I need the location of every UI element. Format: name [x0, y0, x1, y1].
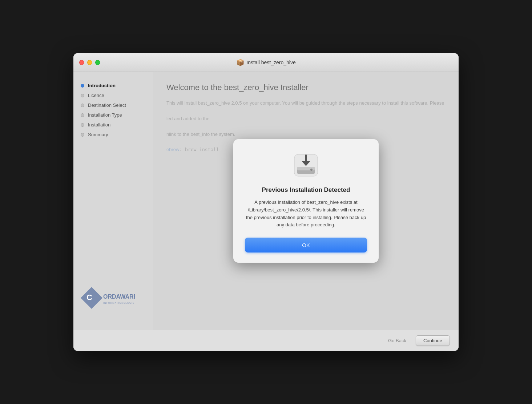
title-bar: 📦 Install best_zero_hive: [73, 53, 459, 72]
sidebar: Introduction Licence Destination Select …: [73, 72, 153, 330]
main-content: Introduction Licence Destination Select …: [73, 72, 459, 330]
sidebar-item-summary[interactable]: Summary: [73, 130, 153, 140]
sidebar-label-licence: Licence: [88, 93, 104, 98]
right-panel: Welcome to the best_zero_hive Installer …: [153, 72, 459, 330]
sidebar-bullet-destination: [81, 104, 84, 107]
modal-dialog: Previous Installation Detected A previou…: [233, 139, 379, 263]
cordaware-logo-svg: C ORDAWARE INFORMATIONSLOGISTIK: [81, 283, 135, 312]
title-bar-center: 📦 Install best_zero_hive: [236, 58, 295, 66]
modal-title: Previous Installation Detected: [262, 186, 350, 194]
sidebar-bullet-installation: [81, 123, 84, 127]
go-back-button[interactable]: Go Back: [383, 336, 411, 346]
modal-icon: [291, 151, 321, 180]
sidebar-item-destination-select[interactable]: Destination Select: [73, 100, 153, 110]
sidebar-item-installation[interactable]: Installation: [73, 120, 153, 130]
modal-ok-button[interactable]: OK: [245, 238, 367, 252]
svg-text:C: C: [86, 293, 92, 302]
sidebar-bullet-summary: [81, 133, 84, 137]
svg-point-7: [310, 169, 313, 171]
sidebar-bullet-installation-type: [81, 113, 84, 117]
traffic-lights: [79, 60, 100, 65]
minimize-button[interactable]: [87, 60, 92, 65]
close-button[interactable]: [79, 60, 84, 65]
bottom-bar: Go Back Continue: [73, 330, 459, 351]
sidebar-label-installation-type: Installation Type: [88, 112, 122, 118]
title-icon: 📦: [236, 58, 244, 66]
svg-text:ORDAWARE: ORDAWARE: [103, 294, 135, 300]
window-title: Install best_zero_hive: [246, 60, 295, 65]
svg-text:INFORMATIONSLOGISTIK: INFORMATIONSLOGISTIK: [103, 302, 135, 304]
sidebar-item-introduction[interactable]: Introduction: [73, 81, 153, 90]
installer-window: 📦 Install best_zero_hive Introduction Li…: [73, 53, 459, 351]
sidebar-bullet-introduction: [81, 84, 84, 88]
sidebar-label-destination-select: Destination Select: [88, 102, 126, 108]
modal-backdrop: Previous Installation Detected A previou…: [153, 72, 459, 330]
sidebar-bullet-licence: [81, 94, 84, 97]
cordaware-logo-area: C ORDAWARE INFORMATIONSLOGISTIK: [73, 276, 153, 321]
sidebar-label-installation: Installation: [88, 122, 110, 128]
sidebar-item-licence[interactable]: Licence: [73, 90, 153, 100]
continue-button[interactable]: Continue: [416, 335, 450, 346]
sidebar-item-installation-type[interactable]: Installation Type: [73, 110, 153, 120]
maximize-button[interactable]: [95, 60, 100, 65]
modal-body: A previous installation of best_zero_hiv…: [245, 199, 367, 229]
sidebar-label-introduction: Introduction: [88, 83, 116, 88]
sidebar-label-summary: Summary: [88, 132, 108, 137]
